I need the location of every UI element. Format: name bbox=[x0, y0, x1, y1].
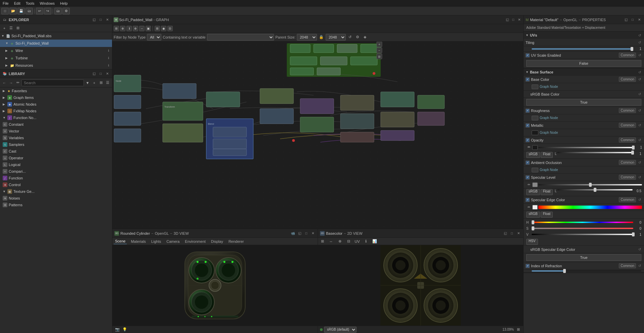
lib-item-compares[interactable]: ≈ Compari... bbox=[0, 168, 112, 175]
lib-back-btn[interactable]: ← bbox=[1, 80, 7, 86]
spec-edge-reset[interactable]: ↺ bbox=[637, 198, 642, 202]
opacity-thumb[interactable] bbox=[632, 146, 635, 150]
lib-list-btn[interactable]: ☰ bbox=[105, 80, 111, 86]
lib-item-fxmap-nodes[interactable]: ▶ ◇ FxMap Nodes bbox=[0, 108, 112, 114]
roughness-reset[interactable]: ↺ bbox=[637, 108, 642, 113]
ior-checkbox[interactable] bbox=[526, 264, 530, 268]
tab-lights[interactable]: Lights bbox=[150, 239, 162, 244]
ior-track[interactable] bbox=[532, 270, 641, 272]
lib-item-logical[interactable]: L Logical bbox=[0, 161, 112, 168]
toolbar-undo[interactable]: ↩ bbox=[36, 8, 43, 14]
lib-item-function[interactable]: ƒ Function bbox=[0, 175, 112, 181]
spec-l-track[interactable] bbox=[557, 189, 633, 190]
graph-ref-btn[interactable]: ◈ bbox=[362, 34, 368, 40]
spec-level-thumb[interactable] bbox=[589, 183, 592, 187]
view3d-canvas[interactable] bbox=[112, 245, 318, 326]
opacity-track[interactable] bbox=[538, 147, 633, 148]
view3d-maximize-btn[interactable]: □ bbox=[304, 231, 309, 236]
color-spectrum[interactable] bbox=[538, 206, 642, 209]
spec-level-reset[interactable]: ↺ bbox=[637, 175, 642, 180]
props-maximize-btn[interactable]: □ bbox=[630, 17, 635, 22]
toolbar-properties[interactable]: ⚙ bbox=[62, 8, 70, 14]
s-thumb[interactable] bbox=[532, 226, 534, 230]
tab-camera[interactable]: Camera bbox=[165, 239, 181, 244]
view2d-info[interactable]: ℹ bbox=[363, 238, 369, 244]
filter-type-select[interactable]: All bbox=[147, 34, 161, 41]
sec-float-btn[interactable]: Float bbox=[541, 212, 553, 218]
menu-windows[interactable]: Windows bbox=[40, 1, 55, 5]
graph-close-btn[interactable]: ✕ bbox=[517, 17, 522, 22]
view2d-btn-4[interactable]: ⊟ bbox=[345, 238, 352, 244]
explorer-add-btn[interactable]: + bbox=[1, 25, 7, 31]
props-float-btn[interactable]: ◱ bbox=[623, 17, 629, 22]
tab-scene[interactable]: Scene bbox=[114, 238, 127, 244]
h-track[interactable] bbox=[532, 222, 633, 223]
graph-btn-sel[interactable]: ▣ bbox=[146, 26, 151, 31]
toolbar-save[interactable]: 💾 bbox=[17, 8, 25, 14]
graph-lock-btn[interactable]: 🔒 bbox=[318, 34, 324, 40]
tree-item-root[interactable]: ▼ 📄 Sci-Fi_Padded_Wall.sbs bbox=[0, 32, 112, 40]
lib-item-samplers[interactable]: S Samplers bbox=[0, 141, 112, 148]
view3d-light-icon[interactable]: 💡 bbox=[122, 327, 128, 333]
explorer-grid-btn[interactable]: ⊞ bbox=[15, 25, 21, 31]
tab-renderer[interactable]: Renderer bbox=[227, 239, 245, 244]
lib-add-btn[interactable]: + bbox=[91, 80, 97, 86]
ior-thumb[interactable] bbox=[563, 269, 566, 273]
lib-item-constant[interactable]: C Constant bbox=[0, 121, 112, 128]
lib-forward-btn[interactable]: → bbox=[8, 80, 14, 86]
menu-help[interactable]: Help bbox=[60, 1, 68, 5]
props-close-btn[interactable]: ✕ bbox=[637, 17, 642, 22]
ao-swatch[interactable] bbox=[532, 168, 538, 172]
view2d-btn-1[interactable]: ⊞ bbox=[319, 238, 325, 244]
toolbar-save-all[interactable]: 🗂 bbox=[25, 8, 33, 14]
graph-btn-4[interactable]: ⊞ bbox=[155, 26, 160, 31]
explorer-close-btn[interactable]: ✕ bbox=[105, 17, 110, 22]
base-color-checkbox[interactable] bbox=[526, 77, 530, 81]
graph-settings-btn[interactable]: ⚙ bbox=[355, 34, 361, 40]
lib-item-control[interactable]: ⊕ Control bbox=[0, 181, 112, 188]
graph-btn-3[interactable]: ℹ bbox=[126, 26, 132, 31]
search-input[interactable] bbox=[21, 79, 84, 86]
lib-item-atomic-nodes[interactable]: ▶ ◆ Atomic Nodes bbox=[0, 101, 112, 108]
explorer-maximize-btn[interactable]: □ bbox=[98, 17, 103, 22]
opacity-l-track[interactable] bbox=[557, 152, 633, 153]
menu-tools[interactable]: Tools bbox=[26, 1, 35, 5]
tree-item-scifi[interactable]: ▼ ◈ Sci-Fi_Padded_Wall bbox=[0, 40, 112, 47]
base-color-reset[interactable]: ↺ bbox=[637, 77, 642, 82]
tiling-track[interactable] bbox=[532, 48, 632, 50]
base-reset-btn[interactable]: ↺ bbox=[637, 70, 642, 74]
containing-select[interactable] bbox=[207, 34, 274, 41]
library-float-btn[interactable]: ◱ bbox=[91, 71, 97, 76]
graph-btn-2[interactable]: ⊕ bbox=[120, 26, 125, 31]
spec-srgb-btn[interactable]: sRGB bbox=[526, 189, 540, 195]
srgb-spec-true-btn[interactable]: True bbox=[526, 254, 641, 261]
hsv-btn[interactable]: HSV bbox=[526, 239, 538, 245]
graph-btn-zoom[interactable]: ⊕ bbox=[133, 26, 138, 31]
metallic-checkbox[interactable] bbox=[526, 123, 530, 127]
lib-item-patterns[interactable]: ⊟ Patterns bbox=[0, 202, 112, 208]
v-thumb[interactable] bbox=[632, 232, 635, 236]
view2d-chart[interactable]: 📊 bbox=[372, 238, 378, 244]
toolbar-new[interactable]: □ bbox=[1, 8, 9, 14]
graph-btn-6[interactable]: ⊟ bbox=[167, 26, 173, 31]
lib-pen-btn[interactable]: ✏ bbox=[15, 80, 21, 86]
opacity-reset[interactable]: ↺ bbox=[637, 138, 642, 143]
lib-filter-btn[interactable]: ▼ bbox=[85, 80, 91, 86]
tree-item-wire[interactable]: ▶ ◈ Wire ℹ bbox=[0, 47, 112, 54]
view2d-maximize-btn[interactable]: □ bbox=[509, 231, 515, 236]
toolbar-explorer[interactable]: 🗂 bbox=[54, 8, 62, 14]
view3d-float-btn[interactable]: ◱ bbox=[297, 231, 302, 236]
uv-scale-checkbox[interactable] bbox=[526, 53, 530, 57]
library-close-btn[interactable]: ✕ bbox=[105, 71, 110, 76]
view2d-canvas[interactable] bbox=[318, 245, 523, 326]
metallic-reset[interactable]: ↺ bbox=[637, 123, 642, 128]
tree-item-turbine[interactable]: ▶ ◈ Turbine ℹ bbox=[0, 54, 112, 62]
output-size-select[interactable]: 2048 bbox=[326, 34, 346, 41]
opacity-l-thumb[interactable] bbox=[631, 151, 634, 155]
parent-size-select[interactable]: 2048 bbox=[297, 34, 317, 41]
view3d-cam-icon[interactable]: 📷 bbox=[114, 327, 120, 333]
graph-float-btn[interactable]: ◱ bbox=[504, 17, 510, 22]
metallic-swatch[interactable] bbox=[532, 130, 538, 135]
ao-checkbox[interactable] bbox=[526, 161, 530, 165]
tiling-reset[interactable]: ↺ bbox=[637, 40, 642, 45]
